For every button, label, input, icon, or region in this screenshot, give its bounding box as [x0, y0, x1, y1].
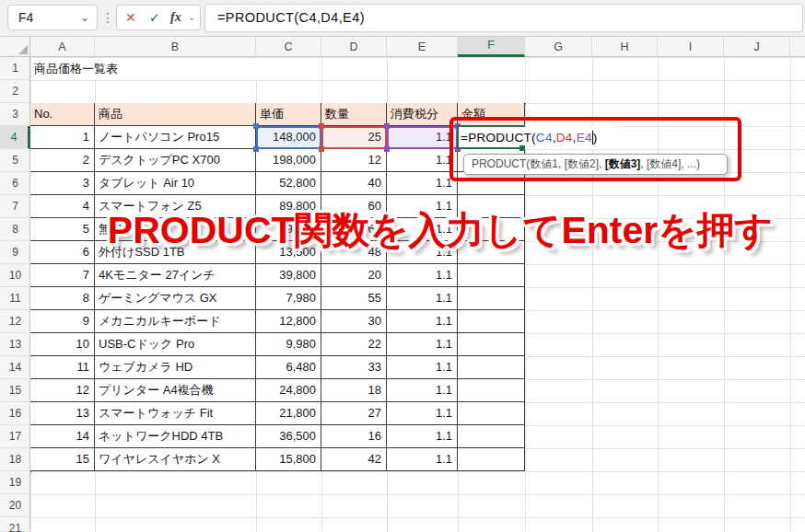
cell-D12[interactable]: 30	[321, 310, 387, 333]
cell-B10[interactable]: 4Kモニター 27インチ	[95, 264, 256, 287]
cell-F18[interactable]	[458, 448, 525, 471]
row-header-11[interactable]: 11	[0, 287, 30, 310]
row-header-18[interactable]: 18	[0, 448, 30, 471]
cell-B13[interactable]: USB-Cドック Pro	[95, 333, 256, 356]
row-header-14[interactable]: 14	[0, 356, 30, 379]
insert-function-icon[interactable]: fx	[170, 6, 181, 29]
cell-E11[interactable]: 1.1	[387, 287, 458, 310]
cell-F13[interactable]	[458, 333, 525, 356]
row-header-6[interactable]: 6	[0, 172, 30, 195]
header-cell-数量[interactable]: 数量	[321, 103, 387, 126]
row-header-13[interactable]: 13	[0, 333, 30, 356]
row-header-15[interactable]: 15	[0, 379, 30, 402]
cell-E5[interactable]: 1.1	[387, 149, 458, 172]
cell-E15[interactable]: 1.1	[387, 379, 458, 402]
row-header-9[interactable]: 9	[0, 241, 30, 264]
row-header-21[interactable]: 21	[0, 517, 30, 532]
row-header-8[interactable]: 8	[0, 218, 30, 241]
cell-F11[interactable]	[458, 287, 525, 310]
column-header-I[interactable]: I	[658, 37, 724, 57]
cell-E12[interactable]: 1.1	[387, 310, 458, 333]
row-header-16[interactable]: 16	[0, 402, 30, 425]
cell-D14[interactable]: 33	[321, 356, 387, 379]
header-cell-商品[interactable]: 商品	[95, 103, 256, 126]
cell-E18[interactable]: 1.1	[387, 448, 458, 471]
enter-icon[interactable]: ✓	[149, 6, 160, 29]
name-box[interactable]: F4 ⌄	[7, 5, 98, 30]
cell-A6[interactable]: 3	[30, 172, 95, 195]
chevron-down-icon[interactable]: ⌄	[80, 6, 89, 29]
row-header-2[interactable]: 2	[0, 80, 30, 103]
row-header-10[interactable]: 10	[0, 264, 30, 287]
column-header-E[interactable]: E	[387, 37, 458, 57]
row-header-3[interactable]: 3	[0, 103, 30, 126]
cell-E17[interactable]: 1.1	[387, 425, 458, 448]
cell-A1-title[interactable]: 商品価格一覧表	[31, 58, 259, 79]
cell-C16[interactable]: 21,800	[256, 402, 321, 425]
cell-B12[interactable]: メカニカルキーボード	[95, 310, 256, 333]
cell-A13[interactable]: 10	[30, 333, 95, 356]
cell-D16[interactable]: 27	[321, 402, 387, 425]
cell-D11[interactable]: 55	[321, 287, 387, 310]
cell-D10[interactable]: 20	[321, 264, 387, 287]
cell-F10[interactable]	[458, 264, 525, 287]
row-header-20[interactable]: 20	[0, 494, 30, 517]
header-cell-No.[interactable]: No.	[30, 103, 95, 126]
cell-E16[interactable]: 1.1	[387, 402, 458, 425]
cell-B15[interactable]: プリンター A4複合機	[95, 379, 256, 402]
cell-C13[interactable]: 9,980	[256, 333, 321, 356]
cell-B4[interactable]: ノートパソコン Pro15	[95, 126, 256, 149]
cell-B18[interactable]: ワイヤレスイヤホン X	[95, 448, 256, 471]
cell-A12[interactable]: 9	[30, 310, 95, 333]
cell-A14[interactable]: 11	[30, 356, 95, 379]
cell-C18[interactable]: 15,800	[256, 448, 321, 471]
column-header-F[interactable]: F	[458, 37, 525, 57]
cell-F14[interactable]	[458, 356, 525, 379]
row-header-1[interactable]: 1	[0, 57, 30, 80]
select-all-corner[interactable]	[0, 37, 30, 57]
cell-C12[interactable]: 12,800	[256, 310, 321, 333]
cell-C14[interactable]: 6,480	[256, 356, 321, 379]
cell-C6[interactable]: 52,800	[256, 172, 321, 195]
cell-B5[interactable]: デスクトップPC X700	[95, 149, 256, 172]
column-header-A[interactable]: A	[30, 37, 95, 57]
cell-D5[interactable]: 12	[321, 149, 387, 172]
cell-D13[interactable]: 22	[321, 333, 387, 356]
cell-E13[interactable]: 1.1	[387, 333, 458, 356]
cell-D18[interactable]: 42	[321, 448, 387, 471]
column-header-H[interactable]: H	[592, 37, 658, 57]
cell-D17[interactable]: 16	[321, 425, 387, 448]
cell-F16[interactable]	[458, 402, 525, 425]
cell-C15[interactable]: 24,800	[256, 379, 321, 402]
cell-D6[interactable]: 40	[321, 172, 387, 195]
header-cell-単価[interactable]: 単価	[256, 103, 321, 126]
cell-F15[interactable]	[458, 379, 525, 402]
row-header-4[interactable]: 4	[0, 126, 30, 149]
cell-F12[interactable]	[458, 310, 525, 333]
column-header-D[interactable]: D	[321, 37, 387, 57]
cell-F17[interactable]	[458, 425, 525, 448]
chevron-down-icon[interactable]: ⌄	[188, 6, 195, 29]
cell-E6[interactable]: 1.1	[387, 172, 458, 195]
cell-A10[interactable]: 7	[30, 264, 95, 287]
cell-A5[interactable]: 2	[30, 149, 95, 172]
cell-C5[interactable]: 198,000	[256, 149, 321, 172]
header-cell-消費税分[interactable]: 消費税分	[387, 103, 458, 126]
cell-B14[interactable]: ウェブカメラ HD	[95, 356, 256, 379]
cell-E14[interactable]: 1.1	[387, 356, 458, 379]
cell-E10[interactable]: 1.1	[387, 264, 458, 287]
cell-B11[interactable]: ゲーミングマウス GX	[95, 287, 256, 310]
cell-B17[interactable]: ネットワークHDD 4TB	[95, 425, 256, 448]
cell-B16[interactable]: スマートウォッチ Fit	[95, 402, 256, 425]
row-header-12[interactable]: 12	[0, 310, 30, 333]
cell-A11[interactable]: 8	[30, 287, 95, 310]
cell-B6[interactable]: タブレット Air 10	[95, 172, 256, 195]
cell-A18[interactable]: 15	[30, 448, 95, 471]
cell-C17[interactable]: 36,500	[256, 425, 321, 448]
column-header-J[interactable]: J	[724, 37, 790, 57]
cell-D15[interactable]: 18	[321, 379, 387, 402]
column-header-C[interactable]: C	[256, 37, 321, 57]
cancel-icon[interactable]: ✕	[125, 6, 136, 29]
cell-A16[interactable]: 13	[30, 402, 95, 425]
column-header-B[interactable]: B	[95, 37, 256, 57]
